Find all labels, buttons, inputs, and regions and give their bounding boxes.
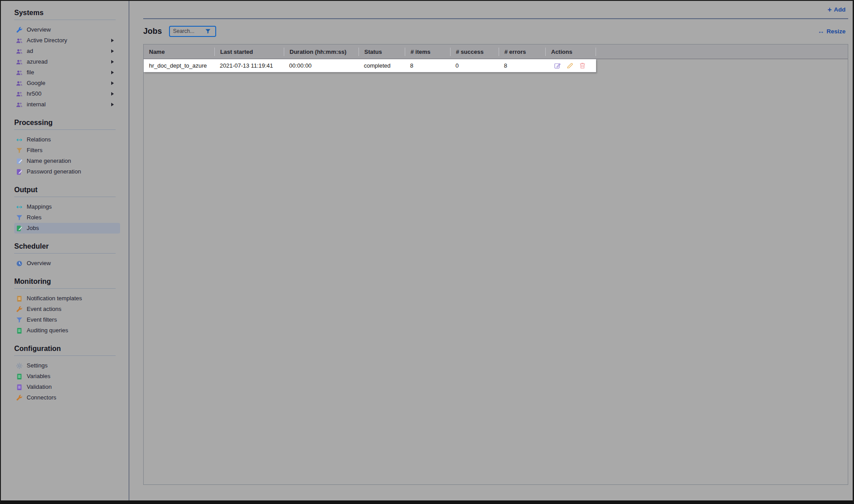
doc-pencil-icon <box>16 158 23 165</box>
expand-arrow-icon <box>111 39 114 42</box>
clock-icon <box>16 260 23 267</box>
sidebar-item-event-actions[interactable]: Event actions <box>14 304 120 314</box>
sidebar-item-auditing-queries[interactable]: Auditing queries <box>14 325 120 336</box>
gear-icon <box>16 363 23 369</box>
sidebar-item-event-filters[interactable]: Event filters <box>14 314 120 325</box>
sidebar-item-label: Name generation <box>27 158 71 164</box>
double-arrow-icon <box>16 137 23 143</box>
page-title: Jobs <box>143 27 162 36</box>
pencil-icon[interactable] <box>567 62 573 69</box>
sidebar-item-azuread[interactable]: azuread <box>14 56 120 67</box>
sidebar-item-notification-templates[interactable]: Notification templates <box>14 293 120 304</box>
sidebar-item-label: Google <box>27 80 45 86</box>
sidebar-item-mappings[interactable]: Mappings <box>14 202 120 212</box>
funnel-icon <box>16 317 23 323</box>
sidebar-item-label: Filters <box>27 147 42 153</box>
sidebar-item-label: Overview <box>27 27 51 33</box>
column-header-name: Name <box>144 48 214 56</box>
sidebar-item-ad[interactable]: ad <box>14 46 120 56</box>
cell-actions <box>545 62 596 69</box>
edit-icon[interactable] <box>554 62 561 69</box>
sidebar-item-filters[interactable]: Filters <box>14 145 120 156</box>
document-icon <box>16 295 23 302</box>
sidebar-item-label: internal <box>27 101 46 108</box>
sidebar-item-label: Event actions <box>27 306 61 312</box>
sidebar-section-processing: Processing Relations Filters Name genera… <box>14 119 129 177</box>
wrench-icon <box>16 395 23 401</box>
section-title-systems: Systems <box>14 9 116 20</box>
sidebar-section-output: Output Mappings Roles Jobs <box>14 186 129 234</box>
column-header-filler <box>596 48 848 56</box>
cell-name: hr_doc_dept_to_azure <box>144 62 214 69</box>
plus-icon: + <box>827 7 831 13</box>
sidebar-item-name-generation[interactable]: Name generation <box>14 156 120 166</box>
column-header-last-started: Last started <box>214 48 284 56</box>
jobs-toolbar: Jobs ↔ Resize <box>143 19 848 43</box>
expand-arrow-icon <box>111 103 114 106</box>
document-icon <box>16 384 23 391</box>
add-button[interactable]: + Add <box>827 6 846 13</box>
sidebar-item-label: Active Directory <box>27 37 67 44</box>
column-header-success: # success <box>450 48 499 56</box>
sidebar-section-monitoring: Monitoring Notification templates Event … <box>14 278 129 336</box>
section-title-configuration: Configuration <box>14 345 116 356</box>
sidebar-item-roles[interactable]: Roles <box>14 212 120 223</box>
document-icon <box>16 373 23 380</box>
table-row[interactable]: hr_doc_dept_to_azure 2021-07-13 11:19:41… <box>144 59 596 73</box>
search-input[interactable] <box>173 28 203 34</box>
sidebar-item-label: file <box>27 69 34 76</box>
sidebar-item-relations[interactable]: Relations <box>14 134 120 145</box>
expand-arrow-icon <box>111 60 114 64</box>
sidebar-item-label: Settings <box>27 363 48 369</box>
sidebar-item-internal[interactable]: internal <box>14 99 120 110</box>
filter-funnel-icon[interactable] <box>205 28 211 34</box>
column-header-duration: Duration (hh:mm:ss) <box>284 48 359 56</box>
sidebar-item-label: Password generation <box>27 169 81 175</box>
sidebar-item-file[interactable]: file <box>14 67 120 78</box>
sidebar-item-jobs[interactable]: Jobs <box>14 223 120 234</box>
sidebar-item-label: Validation <box>27 384 52 390</box>
cell-items: 8 <box>405 62 450 69</box>
document-icon <box>16 327 23 334</box>
sidebar-item-label: Event filters <box>27 317 57 323</box>
users-icon <box>16 48 23 55</box>
sidebar-item-active-directory[interactable]: Active Directory <box>14 35 120 46</box>
wrench-icon <box>16 27 23 33</box>
column-header-actions: Actions <box>545 48 596 56</box>
section-title-scheduler: Scheduler <box>14 242 116 254</box>
jobs-table-panel: Name Last started Duration (hh:mm:ss) St… <box>143 44 848 485</box>
sidebar-item-validation[interactable]: Validation <box>14 382 120 392</box>
section-title-monitoring: Monitoring <box>14 278 116 289</box>
sidebar-item-password-generation[interactable]: Password generation <box>14 166 120 177</box>
users-icon <box>16 80 23 87</box>
expand-arrow-icon <box>111 49 114 53</box>
sidebar-item-label: Auditing queries <box>27 327 68 334</box>
double-arrow-icon <box>16 204 23 210</box>
trash-icon[interactable] <box>579 62 586 69</box>
sidebar-item-label: Jobs <box>27 225 39 231</box>
wrench-icon <box>16 306 23 313</box>
sidebar-item-label: azuread <box>27 59 48 65</box>
sidebar-item-label: Variables <box>27 373 50 379</box>
sidebar-section-scheduler: Scheduler Overview <box>14 242 129 269</box>
sidebar-section-systems: Systems Overview Active Directory ad <box>14 9 129 110</box>
sidebar-item-variables[interactable]: Variables <box>14 371 120 382</box>
cell-status: completed <box>359 62 405 69</box>
topbar: + Add <box>143 1 848 19</box>
resize-button[interactable]: ↔ Resize <box>818 28 846 35</box>
doc-pencil-icon <box>16 169 23 175</box>
sidebar-item-connectors[interactable]: Connectors <box>14 392 120 403</box>
sidebar-item-google[interactable]: Google <box>14 78 120 89</box>
sidebar-section-configuration: Configuration Settings Variables Validat… <box>14 345 129 403</box>
funnel-icon <box>16 214 23 221</box>
sidebar-item-settings[interactable]: Settings <box>14 360 120 371</box>
sidebar-item-scheduler-overview[interactable]: Overview <box>14 258 120 269</box>
resize-button-label: Resize <box>826 28 846 35</box>
section-title-output: Output <box>14 186 116 197</box>
table-header-row: Name Last started Duration (hh:mm:ss) St… <box>144 44 848 59</box>
cell-last-started: 2021-07-13 11:19:41 <box>214 62 284 69</box>
sidebar-item-label: ad <box>27 48 33 54</box>
sidebar-item-hr500[interactable]: hr500 <box>14 89 120 99</box>
sidebar-item-systems-overview[interactable]: Overview <box>14 24 120 35</box>
section-title-processing: Processing <box>14 119 116 130</box>
